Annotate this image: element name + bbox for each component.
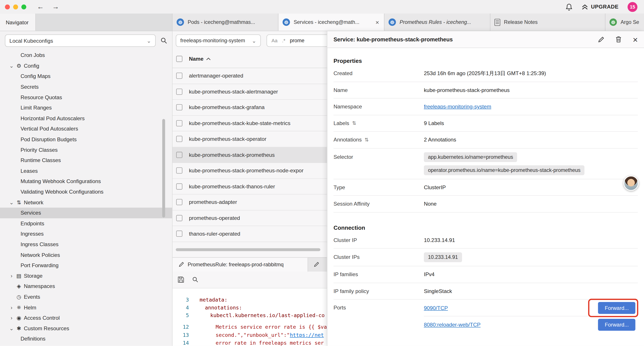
sidebar-item-limit-ranges[interactable]: Limit Ranges <box>0 102 172 113</box>
select-all-checkbox[interactable] <box>176 56 182 62</box>
sidebar-item-helm[interactable]: ›⎈Helm <box>0 302 172 313</box>
sidebar-item-pod-disruption-budgets[interactable]: Pod Disruption Budgets <box>0 134 172 145</box>
sidebar-item-endpoints[interactable]: Endpoints <box>0 218 172 229</box>
sidebar-item-ingresses[interactable]: Ingresses <box>0 229 172 239</box>
sidebar-item-secrets[interactable]: Secrets <box>0 81 172 92</box>
tab-prometheus-rules-icecheng[interactable]: ☸Prometheus Rules - icecheng... <box>384 13 490 31</box>
sidebar-item-storage[interactable]: ›▤Storage <box>0 271 172 281</box>
regex-toggle[interactable]: .* <box>282 38 286 43</box>
dock-tab-prometheusrule[interactable]: PrometheusRule: freeleaps-prod-rabbitmq <box>172 258 308 272</box>
upgrade-button[interactable]: UPGRADE <box>582 4 618 10</box>
sidebar-item-port-forwarding[interactable]: Port Forwarding <box>0 260 172 271</box>
name-column-header[interactable]: Name <box>189 56 211 62</box>
port-link[interactable]: 8080:reloader-web/TCP <box>424 322 481 328</box>
namespace-link[interactable]: freeleaps-monitoring-system <box>424 104 491 110</box>
navigator-panel-tab[interactable]: Navigator <box>0 13 36 31</box>
sort-toggle-icon[interactable]: ⇅ <box>352 120 356 126</box>
service-name: kube-prometheus-stack-prometheus <box>189 152 275 158</box>
editor-search-icon[interactable] <box>192 277 198 283</box>
chevron-down-icon: ⌄ <box>248 37 256 43</box>
sidebar-item-network[interactable]: ⌄⇅Network <box>0 197 172 208</box>
row-checkbox[interactable] <box>176 120 182 126</box>
namespace-filter-dropdown[interactable]: freeleaps-monitoring-system ⌄ <box>176 34 261 47</box>
property-row-namespace: Namespacefreeleaps-monitoring-system <box>334 98 638 115</box>
sidebar-search-icon[interactable] <box>161 37 167 44</box>
sidebar-item-label: Custom Resources <box>24 325 69 331</box>
sidebar-item-mutating-webhook-configurations[interactable]: Mutating Webhook Configurations <box>0 176 172 187</box>
sidebar-item-resource-quotas[interactable]: Resource Quotas <box>0 92 172 102</box>
close-window-button[interactable] <box>5 4 10 9</box>
sidebar-item-config[interactable]: ⌄⚙Config <box>0 61 172 71</box>
forward-button[interactable]: Forward... <box>598 302 636 314</box>
row-checkbox[interactable] <box>176 183 182 189</box>
code-text: annotations: <box>196 304 242 311</box>
delete-icon[interactable] <box>616 36 621 43</box>
sidebar-item-leases[interactable]: Leases <box>0 166 172 176</box>
row-checkbox[interactable] <box>176 215 182 221</box>
sidebar-scrollbar[interactable] <box>162 119 165 217</box>
tab-argo-se[interactable]: ☸Argo Se <box>606 13 644 31</box>
sidebar-item-config-maps[interactable]: Config Maps <box>0 71 172 82</box>
sidebar-item-definitions[interactable]: Definitions <box>0 334 172 344</box>
row-checkbox[interactable] <box>176 73 182 79</box>
sidebar-item-label: Network Policies <box>0 252 60 258</box>
zoom-window-button[interactable] <box>21 4 26 9</box>
connection-heading: Connection <box>334 223 638 232</box>
kubernetes-icon: ☸ <box>389 18 396 26</box>
sidebar-item-validating-webhook-configurations[interactable]: Validating Webhook Configurations <box>0 187 172 197</box>
tab-services-icecheng-math[interactable]: ☸Services - icecheng@math...× <box>278 13 384 31</box>
port-link[interactable]: 9090/TCP <box>424 305 448 311</box>
detail-panel-header: Service: kube-prometheus-stack-prometheu… <box>327 31 644 48</box>
sidebar-item-services[interactable]: Services <box>0 208 172 218</box>
chevron-right-icon: › <box>8 315 15 321</box>
connection-rows: Cluster IP10.233.14.91Cluster IPs10.233.… <box>334 232 638 333</box>
sort-toggle-icon[interactable]: ⇅ <box>364 137 369 143</box>
sidebar-item-access-control[interactable]: ›◉Access Control <box>0 313 172 323</box>
notification-count-badge[interactable]: 15 <box>628 2 638 11</box>
sidebar-item-events[interactable]: ◷Events <box>0 292 172 302</box>
line-number: 5 <box>172 311 196 319</box>
sidebar-item-custom-resources[interactable]: ⌄✱Custom Resources <box>0 323 172 334</box>
row-checkbox[interactable] <box>176 168 182 174</box>
tab-label: Release Notes <box>504 19 601 25</box>
close-tab-icon[interactable]: × <box>374 19 380 25</box>
helm-icon: ⎈ <box>15 304 23 311</box>
back-button[interactable]: ← <box>37 3 44 10</box>
sidebar-tree: Cron Jobs⌄⚙ConfigConfig MapsSecretsResou… <box>0 50 172 346</box>
match-case-toggle[interactable]: Aa <box>272 38 278 43</box>
horizontal-scrollbar[interactable] <box>176 248 320 251</box>
tab-release-notes[interactable]: Release Notes <box>490 13 606 31</box>
row-checkbox[interactable] <box>176 136 182 142</box>
row-checkbox[interactable] <box>176 88 182 95</box>
edit-icon[interactable] <box>598 36 604 42</box>
row-checkbox[interactable] <box>176 152 182 158</box>
service-name: prometheus-operated <box>189 215 240 221</box>
code-text: kubectl.kubernetes.io/last-applied-co <box>196 311 325 319</box>
sidebar-item-priority-classes[interactable]: Priority Classes <box>0 145 172 155</box>
sidebar-item-runtime-classes[interactable]: Runtime Classes <box>0 155 172 166</box>
sidebar-item-cron-jobs[interactable]: Cron Jobs <box>0 50 172 61</box>
sidebar-item-network-policies[interactable]: Network Policies <box>0 250 172 260</box>
tab-pods-icecheng-mathmas[interactable]: ☸Pods - icecheng@mathmas... <box>172 13 278 31</box>
kubeconfig-selector[interactable]: Local Kubeconfigs ⌄ <box>5 34 156 47</box>
row-checkbox[interactable] <box>176 199 182 205</box>
dock-tab-next[interactable] <box>308 258 323 272</box>
sidebar-item-label: Namespaces <box>24 283 55 290</box>
forward-button[interactable]: → <box>52 3 59 10</box>
property-value: 9 Labels <box>424 120 638 126</box>
sidebar-item-label: Pod Disruption Budgets <box>0 136 77 142</box>
sidebar-item-horizontal-pod-autoscalers[interactable]: Horizontal Pod Autoscalers <box>0 113 172 123</box>
minimize-window-button[interactable] <box>13 4 18 9</box>
upgrade-label: UPGRADE <box>591 4 618 10</box>
row-checkbox[interactable] <box>176 104 182 110</box>
sidebar-item-ingress-classes[interactable]: Ingress Classes <box>0 239 172 250</box>
close-panel-icon[interactable]: × <box>633 35 638 43</box>
user-avatar[interactable] <box>624 176 638 191</box>
property-row-ip-family-policy: IP family policySingleStack <box>334 283 638 300</box>
forward-button[interactable]: Forward... <box>598 319 636 331</box>
sidebar-item-vertical-pod-autoscalers[interactable]: Vertical Pod Autoscalers <box>0 123 172 134</box>
sidebar-item-namespaces[interactable]: ◈Namespaces <box>0 281 172 292</box>
row-checkbox[interactable] <box>176 231 182 237</box>
save-icon[interactable] <box>178 277 184 283</box>
notifications-bell-icon[interactable] <box>566 3 572 10</box>
